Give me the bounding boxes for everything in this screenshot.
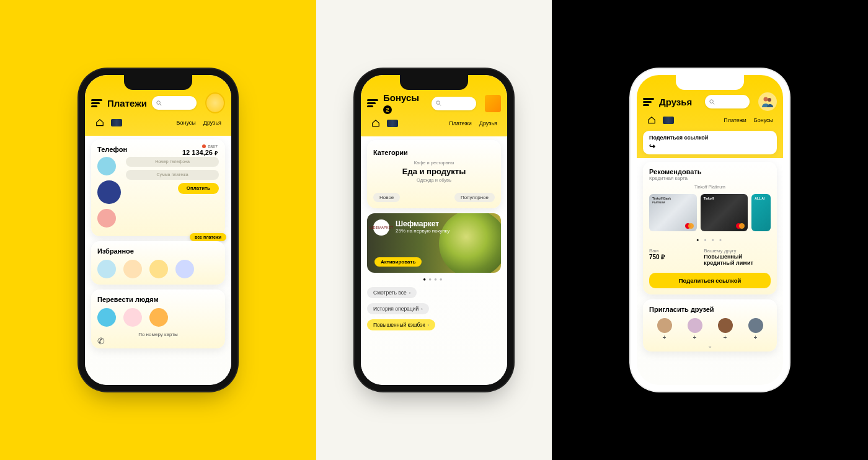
svg-point-0 [157, 100, 161, 104]
card-title: Перевести людям [97, 296, 219, 303]
favorite-item[interactable] [149, 260, 168, 278]
svg-point-6 [764, 97, 768, 102]
credit-card-teal[interactable]: ALL AI [751, 194, 771, 231]
nav-link-bonuses[interactable]: Бонусы [177, 120, 196, 126]
unread-badge: 2 [383, 105, 392, 114]
all-payments-chip[interactable]: все платежи [190, 233, 226, 241]
share-link-button[interactable]: Поделиться ссылкой [649, 273, 771, 288]
panel-cream: Бонусы 2 Платежи Друзья [316, 0, 552, 460]
invite-friend[interactable]: + [718, 318, 733, 341]
notch [124, 75, 192, 90]
carousel-dots[interactable]: ●●●● [367, 276, 501, 282]
home-icon[interactable] [647, 116, 657, 125]
plus-icon: + [693, 334, 697, 341]
payment-type-selector[interactable] [97, 157, 121, 228]
menu-icon[interactable] [367, 98, 378, 108]
panel-black: Друзья Платежи Бонусы [552, 0, 868, 460]
activate-button[interactable]: Активировать [374, 257, 422, 267]
promo-brand-logo: ШЕФМАРКЕТ [373, 219, 389, 236]
option-bubble[interactable] [97, 209, 116, 228]
chevron-down-icon[interactable]: ⌄ [649, 342, 771, 349]
transfer-option[interactable] [123, 308, 142, 327]
page-title: Друзья [659, 97, 692, 107]
search-input[interactable] [705, 95, 750, 108]
promo-subtitle: 25% на первую покупку [396, 228, 494, 234]
friends-avatar-icon [758, 92, 777, 111]
invite-friend[interactable]: + [748, 318, 763, 341]
card-title: Рекомендовать [649, 168, 771, 175]
svg-point-7 [768, 98, 771, 102]
mastercard-icon [685, 223, 694, 229]
card-carousel[interactable]: Tinkoff BankPLATINUM Tinkoff ALL AI [649, 194, 771, 231]
categories-card: Категории Кафе и рестораны Еда и продукт… [367, 140, 501, 208]
card-icon[interactable] [663, 117, 674, 124]
phone-icon[interactable]: ✆ [97, 336, 105, 346]
promo-banner[interactable]: ШЕФМАРКЕТ Шефмаркет 25% на первую покупк… [367, 213, 501, 273]
product-name: Tinkoff Platinum [649, 185, 771, 189]
svg-point-2 [436, 101, 440, 105]
favorites-card: Избранное [91, 241, 225, 285]
plus-icon: + [724, 334, 727, 341]
category-current[interactable]: Еда и продукты [373, 167, 495, 176]
carousel-dots[interactable]: ● ● ● ● [649, 237, 771, 242]
avatar [748, 318, 763, 333]
search-input[interactable] [152, 96, 197, 110]
filter-popular[interactable]: Популярное [454, 193, 495, 202]
history-link[interactable]: История операций› [367, 303, 429, 314]
card-icon[interactable] [111, 119, 122, 126]
avatar [718, 318, 733, 333]
cashback-link[interactable]: Повышенный кэшбэк› [367, 319, 435, 330]
favorite-item[interactable] [175, 260, 194, 278]
nav-link-friends[interactable]: Друзья [203, 120, 221, 126]
recommend-card: Рекомендовать Кредитная карта Tinkoff Pl… [643, 162, 777, 294]
share-arrow-icon: ↪ [649, 142, 771, 151]
you-benefit: Вам 750 ₽ [649, 248, 665, 267]
pay-button[interactable]: Оплатить [178, 183, 219, 194]
svg-line-5 [713, 102, 714, 104]
plus-icon: + [754, 334, 758, 341]
category-next[interactable]: Одежда и обувь [373, 177, 495, 183]
page-title: Платежи [107, 98, 147, 108]
transfer-option[interactable] [149, 308, 168, 327]
coin-icon [205, 92, 225, 113]
invite-friends-card: Пригласить друзей + + + + ⌄ [643, 299, 777, 352]
card-title: Пригласить друзей [649, 306, 771, 313]
category-prev[interactable]: Кафе и рестораны [373, 160, 495, 166]
invite-friend[interactable]: + [688, 318, 702, 341]
view-all-link[interactable]: Смотреть все› [367, 287, 417, 298]
home-icon[interactable] [371, 119, 381, 128]
home-icon[interactable] [95, 118, 105, 127]
invite-friend[interactable]: + [657, 318, 672, 341]
search-input[interactable] [432, 97, 476, 110]
notch [676, 75, 744, 90]
credit-card-platinum[interactable]: Tinkoff BankPLATINUM [649, 194, 697, 231]
phone-number-input[interactable]: Номер телефона [126, 157, 219, 167]
mastercard-icon [736, 223, 745, 229]
option-bubble-active[interactable] [97, 180, 121, 204]
search-icon [156, 100, 162, 107]
favorite-item[interactable] [123, 260, 142, 278]
nav-link-friends[interactable]: Друзья [479, 120, 497, 126]
nav-link-payments[interactable]: Платежи [449, 120, 472, 126]
search-icon [709, 99, 715, 105]
option-bubble[interactable] [97, 157, 116, 175]
search-icon [435, 100, 442, 107]
amount-input[interactable]: Сумма платежа [126, 170, 219, 180]
phone-bonuses: Бонусы 2 Платежи Друзья [361, 75, 507, 385]
menu-icon[interactable] [643, 97, 654, 107]
transfer-option[interactable] [97, 308, 116, 327]
svg-point-4 [710, 99, 714, 103]
page-title: Бонусы 2 [383, 92, 427, 114]
favorite-item[interactable] [97, 260, 116, 278]
filter-new[interactable]: Новое [373, 193, 400, 202]
credit-card-black[interactable]: Tinkoff [701, 194, 748, 231]
phone-payment-card: Телефон 0867 12 134,26 ₽ Номер телефона [91, 139, 225, 236]
share-link-bar[interactable]: Поделиться ссылкой ↪ [643, 131, 777, 154]
nav-link-payments[interactable]: Платежи [724, 117, 746, 123]
avatar [688, 318, 702, 333]
card-icon[interactable] [387, 120, 398, 127]
nav-link-bonuses[interactable]: Бонусы [754, 117, 773, 123]
avatar [657, 318, 672, 333]
card-subtitle: Кредитная карта [649, 175, 771, 181]
menu-icon[interactable] [91, 98, 102, 108]
